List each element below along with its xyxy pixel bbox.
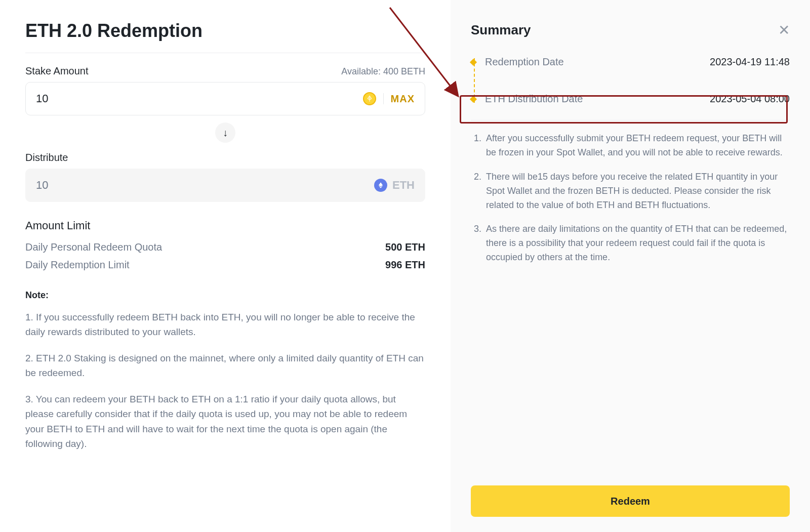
quota-label: Daily Personal Redeem Quota [25, 241, 162, 253]
distribution-date-row: ETH Distribution Date 2023-05-04 08:00 [485, 89, 790, 109]
summary-info-list: After you successfully submit your BETH … [471, 120, 790, 275]
summary-info-1: After you successfully submit your BETH … [484, 132, 790, 160]
stake-field: Stake Amount Available: 400 BETH 10 MAX [25, 65, 425, 115]
eth-coin-icon [374, 179, 387, 192]
page-title: ETH 2.0 Redemption [25, 20, 425, 53]
summary-panel: Summary ✕ Redemption Date 2023-04-19 11:… [451, 0, 810, 532]
arrow-down-icon: ↓ [215, 122, 235, 143]
stake-label: Stake Amount [25, 65, 89, 77]
stake-input-value: 10 [36, 92, 363, 105]
beth-coin-icon [363, 92, 376, 105]
summary-title: Summary [471, 22, 531, 38]
close-icon[interactable]: ✕ [778, 23, 790, 37]
distribution-date-label: ETH Distribution Date [485, 93, 583, 105]
redemption-form: ETH 2.0 Redemption Stake Amount Availabl… [0, 0, 451, 532]
distribution-date-value: 2023-05-04 08:00 [710, 93, 790, 105]
stake-available: Available: 400 BETH [341, 66, 425, 77]
limit-value: 996 ETH [385, 259, 425, 271]
limit-label: Daily Redemption Limit [25, 259, 130, 271]
divider [383, 93, 384, 104]
limit-row: Daily Redemption Limit 996 ETH [25, 259, 425, 271]
note-3: 3. You can redeem your BETH back to ETH … [25, 392, 425, 452]
distribute-label: Distribute [25, 152, 68, 163]
distribute-unit: ETH [392, 179, 415, 192]
redemption-date-row: Redemption Date 2023-04-19 11:48 [485, 52, 790, 72]
summary-timeline: Redemption Date 2023-04-19 11:48 ETH Dis… [471, 52, 790, 109]
amount-limit-head: Amount Limit [25, 219, 425, 232]
distribute-output: 10 ETH [25, 169, 425, 202]
quota-row: Daily Personal Redeem Quota 500 ETH [25, 241, 425, 253]
note-1: 1. If you successfully redeem BETH back … [25, 310, 425, 340]
stake-input[interactable]: 10 MAX [25, 82, 425, 115]
redemption-date-label: Redemption Date [485, 56, 564, 68]
quota-value: 500 ETH [385, 241, 425, 253]
distribute-field: Distribute 10 ETH [25, 152, 425, 202]
note-head: Note: [25, 290, 425, 301]
summary-info-3: As there are daily limitations on the qu… [484, 222, 790, 265]
max-button[interactable]: MAX [391, 93, 415, 105]
redemption-date-value: 2023-04-19 11:48 [710, 56, 790, 68]
note-2: 2. ETH 2.0 Staking is designed on the ma… [25, 351, 425, 381]
distribute-value: 10 [36, 179, 374, 192]
redeem-button[interactable]: Redeem [471, 485, 790, 517]
summary-info-2: There will be15 days before you receive … [484, 170, 790, 213]
